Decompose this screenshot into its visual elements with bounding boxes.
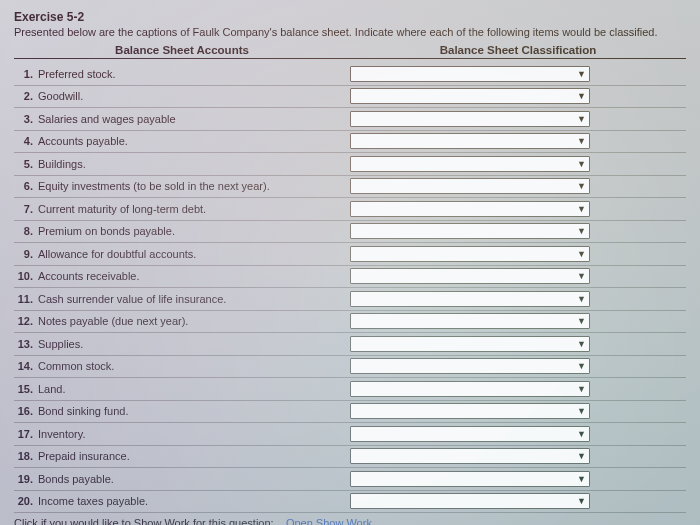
table-row: 6.Equity investments (to be sold in the … (14, 176, 686, 199)
classification-select[interactable]: ▼ (350, 336, 590, 352)
table-row: 1.Preferred stock.▼ (14, 63, 686, 86)
classification-select[interactable]: ▼ (350, 246, 590, 262)
classification-cell: ▼ (350, 336, 686, 352)
chevron-down-icon: ▼ (577, 249, 586, 259)
chevron-down-icon: ▼ (577, 451, 586, 461)
classification-cell: ▼ (350, 246, 686, 262)
exercise-prompt: Presented below are the captions of Faul… (14, 26, 686, 38)
table-row: 20.Income taxes payable.▼ (14, 491, 686, 514)
item-number: 1. (14, 68, 36, 80)
table-row: 2.Goodwill.▼ (14, 86, 686, 109)
item-number: 4. (14, 135, 36, 147)
header-classification: Balance Sheet Classification (350, 44, 686, 59)
item-number: 20. (14, 495, 36, 507)
classification-cell: ▼ (350, 493, 686, 509)
classification-cell: ▼ (350, 111, 686, 127)
item-label: Income taxes payable. (36, 495, 350, 507)
classification-cell: ▼ (350, 268, 686, 284)
classification-cell: ▼ (350, 88, 686, 104)
table-row: 12.Notes payable (due next year).▼ (14, 311, 686, 334)
item-label: Equity investments (to be sold in the ne… (36, 180, 350, 192)
item-number: 15. (14, 383, 36, 395)
item-label: Buildings. (36, 158, 350, 170)
item-number: 17. (14, 428, 36, 440)
chevron-down-icon: ▼ (577, 339, 586, 349)
chevron-down-icon: ▼ (577, 69, 586, 79)
classification-select[interactable]: ▼ (350, 313, 590, 329)
item-label: Inventory. (36, 428, 350, 440)
classification-select[interactable]: ▼ (350, 133, 590, 149)
classification-cell: ▼ (350, 448, 686, 464)
chevron-down-icon: ▼ (577, 159, 586, 169)
classification-cell: ▼ (350, 313, 686, 329)
classification-select[interactable]: ▼ (350, 493, 590, 509)
item-number: 6. (14, 180, 36, 192)
item-label: Accounts receivable. (36, 270, 350, 282)
classification-select[interactable]: ▼ (350, 358, 590, 374)
classification-cell: ▼ (350, 381, 686, 397)
classification-select[interactable]: ▼ (350, 156, 590, 172)
classification-select[interactable]: ▼ (350, 403, 590, 419)
classification-cell: ▼ (350, 178, 686, 194)
classification-cell: ▼ (350, 291, 686, 307)
item-number: 14. (14, 360, 36, 372)
classification-cell: ▼ (350, 201, 686, 217)
classification-select[interactable]: ▼ (350, 291, 590, 307)
table-row: 9.Allowance for doubtful accounts.▼ (14, 243, 686, 266)
item-number: 19. (14, 473, 36, 485)
classification-select[interactable]: ▼ (350, 111, 590, 127)
item-number: 10. (14, 270, 36, 282)
item-label: Goodwill. (36, 90, 350, 102)
classification-select[interactable]: ▼ (350, 66, 590, 82)
item-number: 3. (14, 113, 36, 125)
chevron-down-icon: ▼ (577, 91, 586, 101)
chevron-down-icon: ▼ (577, 114, 586, 124)
classification-cell: ▼ (350, 358, 686, 374)
classification-cell: ▼ (350, 156, 686, 172)
chevron-down-icon: ▼ (577, 406, 586, 416)
item-label: Common stock. (36, 360, 350, 372)
classification-select[interactable]: ▼ (350, 448, 590, 464)
classification-cell: ▼ (350, 223, 686, 239)
show-work-footer: Click if you would like to Show Work for… (14, 517, 686, 525)
classification-select[interactable]: ▼ (350, 223, 590, 239)
item-number: 13. (14, 338, 36, 350)
item-number: 2. (14, 90, 36, 102)
item-label: Supplies. (36, 338, 350, 350)
chevron-down-icon: ▼ (577, 474, 586, 484)
chevron-down-icon: ▼ (577, 361, 586, 371)
item-number: 18. (14, 450, 36, 462)
chevron-down-icon: ▼ (577, 294, 586, 304)
item-number: 11. (14, 293, 36, 305)
classification-select[interactable]: ▼ (350, 178, 590, 194)
item-label: Notes payable (due next year). (36, 315, 350, 327)
table-row: 19.Bonds payable.▼ (14, 468, 686, 491)
item-label: Salaries and wages payable (36, 113, 350, 125)
chevron-down-icon: ▼ (577, 316, 586, 326)
classification-cell: ▼ (350, 426, 686, 442)
item-label: Preferred stock. (36, 68, 350, 80)
table-row: 7.Current maturity of long-term debt.▼ (14, 198, 686, 221)
open-show-work-link[interactable]: Open Show Work (286, 517, 372, 525)
classification-select[interactable]: ▼ (350, 268, 590, 284)
chevron-down-icon: ▼ (577, 496, 586, 506)
item-label: Prepaid insurance. (36, 450, 350, 462)
table-row: 18.Prepaid insurance.▼ (14, 446, 686, 469)
classification-cell: ▼ (350, 471, 686, 487)
classification-select[interactable]: ▼ (350, 471, 590, 487)
table-row: 8.Premium on bonds payable.▼ (14, 221, 686, 244)
item-number: 9. (14, 248, 36, 260)
classification-cell: ▼ (350, 66, 686, 82)
item-label: Land. (36, 383, 350, 395)
classification-select[interactable]: ▼ (350, 381, 590, 397)
item-rows: 1.Preferred stock.▼2.Goodwill.▼3.Salarie… (14, 63, 686, 513)
item-label: Cash surrender value of life insurance. (36, 293, 350, 305)
table-row: 4.Accounts payable.▼ (14, 131, 686, 154)
chevron-down-icon: ▼ (577, 181, 586, 191)
item-number: 5. (14, 158, 36, 170)
chevron-down-icon: ▼ (577, 204, 586, 214)
item-label: Bond sinking fund. (36, 405, 350, 417)
classification-select[interactable]: ▼ (350, 201, 590, 217)
classification-select[interactable]: ▼ (350, 88, 590, 104)
classification-select[interactable]: ▼ (350, 426, 590, 442)
